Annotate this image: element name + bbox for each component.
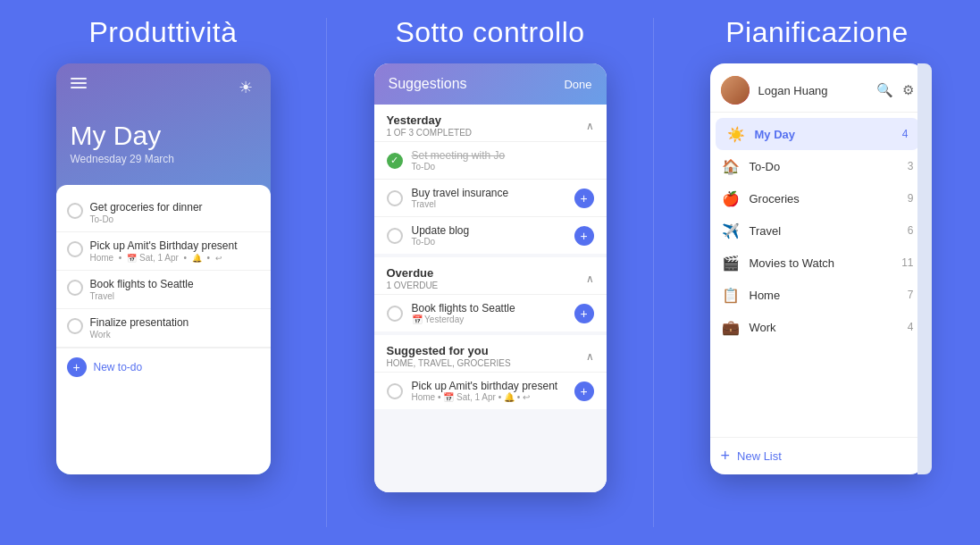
- section-count: 1 OVERDUE: [387, 281, 439, 290]
- panel3-title: Pianificazione: [725, 16, 908, 49]
- list-count: 4: [902, 128, 909, 140]
- list-count: 11: [901, 256, 913, 269]
- section-yesterday: Yesterday 1 OF 3 COMPLETED ∧ ✓ Set meeti…: [374, 105, 607, 254]
- task-checkbox[interactable]: [67, 203, 83, 219]
- myday-icon: ☀️: [726, 124, 746, 144]
- sug-name: Pick up Amit's birthday present: [412, 380, 565, 392]
- add-to-list-button[interactable]: +: [574, 304, 594, 323]
- section-count: HOME, TRAVEL, GROCERIES: [387, 358, 511, 368]
- suggestion-item[interactable]: Update blog To-Do +: [374, 216, 607, 254]
- task-sub: Travel: [90, 291, 260, 301]
- suggestions-title: Suggestions: [389, 76, 467, 92]
- panel1-card: ☀ My Day Wednesday 29 March Get grocerie…: [56, 63, 271, 474]
- sug-text: Pick up Amit's birthday present Home • 📅…: [412, 380, 565, 402]
- plus-icon: +: [721, 447, 731, 465]
- task-item[interactable]: Pick up Amit's Birthday present Home • 📅…: [56, 232, 271, 271]
- list-count: 9: [908, 192, 914, 205]
- list-item-home[interactable]: 📋 Home 7: [710, 279, 925, 311]
- new-list-button[interactable]: + New List: [710, 437, 925, 474]
- suggestions-done-button[interactable]: Done: [564, 78, 591, 91]
- list-count: 4: [908, 321, 914, 333]
- day-subtitle: Wednesday 29 March: [71, 153, 256, 165]
- task-item[interactable]: Get groceries for dinner To-Do: [56, 194, 271, 232]
- sug-sub: To-Do: [412, 237, 565, 247]
- add-to-list-button[interactable]: +: [574, 226, 594, 246]
- task-text: Pick up Amit's Birthday present Home • 📅…: [90, 239, 260, 263]
- task-item[interactable]: Finalize presentation Work: [56, 309, 271, 348]
- task-checkbox[interactable]: [387, 190, 403, 206]
- task-checkbox[interactable]: [387, 228, 403, 244]
- task-name: Get groceries for dinner: [90, 201, 260, 214]
- task-checkbox[interactable]: [67, 318, 83, 334]
- task-item[interactable]: Book flights to Seattle Travel: [56, 271, 271, 309]
- brightness-icon[interactable]: ☀: [239, 78, 256, 96]
- suggestion-item[interactable]: Buy travel insurance Travel +: [374, 179, 607, 216]
- suggestion-item[interactable]: Pick up Amit's birthday present Home • 📅…: [374, 372, 607, 409]
- task-name: Book flights to Seattle: [90, 278, 260, 290]
- day-title: My Day: [71, 121, 256, 151]
- list-name: Movies to Watch: [750, 256, 893, 270]
- hamburger-icon[interactable]: [71, 78, 87, 88]
- chevron-up-icon: ∧: [586, 120, 594, 132]
- decorative-panel: [917, 63, 932, 474]
- task-checkbox[interactable]: [67, 241, 83, 257]
- section-overdue: Overdue 1 OVERDUE ∧ Book flights to Seat…: [374, 257, 607, 331]
- sug-name: Update blog: [412, 224, 565, 237]
- panel-productivity: Produttività ☀ My Day Wednesday 29 March…: [0, 0, 326, 545]
- section-header-text: Suggested for you HOME, TRAVEL, GROCERIE…: [387, 344, 511, 368]
- list-item-myday[interactable]: ☀️ My Day 4: [716, 118, 919, 150]
- task-checkbox[interactable]: [67, 280, 83, 296]
- task-checked-icon[interactable]: ✓: [387, 153, 403, 169]
- list-item-movies[interactable]: 🎬 Movies to Watch 11: [710, 247, 925, 279]
- chevron-up-icon: ∧: [586, 272, 594, 285]
- sug-name: Book flights to Seattle: [412, 302, 565, 314]
- sug-text: Buy travel insurance Travel: [412, 187, 565, 209]
- list-name: Travel: [750, 224, 899, 238]
- suggestions-body: Yesterday 1 OF 3 COMPLETED ∧ ✓ Set meeti…: [374, 105, 607, 492]
- sug-name: Set meeting with Jo: [412, 149, 594, 162]
- section-count: 1 OF 3 COMPLETED: [387, 128, 473, 138]
- task-checkbox[interactable]: [387, 306, 403, 322]
- movies-icon: 🎬: [721, 253, 741, 272]
- list-name: Work: [750, 321, 899, 334]
- home-icon: 📋: [721, 285, 741, 305]
- panel1-title: Produttività: [88, 16, 237, 49]
- sug-text: Update blog To-Do: [412, 224, 565, 247]
- suggestion-item[interactable]: Book flights to Seattle 📅 Yesterday +: [374, 294, 607, 331]
- work-icon: 💼: [721, 317, 741, 337]
- search-icon[interactable]: 🔍: [876, 82, 893, 98]
- section-header[interactable]: Overdue 1 OVERDUE ∧: [374, 257, 607, 294]
- task-text: Finalize presentation Work: [90, 316, 260, 340]
- list-items: ☀️ My Day 4 🏠 To-Do 3 🍎 Groceries 9: [710, 113, 925, 437]
- panel3-card: Logan Huang 🔍 ⚙ ☀️ My Day 4 🏠 To-Do 3: [710, 63, 925, 474]
- task-text: Book flights to Seattle Travel: [90, 278, 260, 301]
- add-to-list-button[interactable]: +: [574, 189, 594, 208]
- sug-sub: 📅 Yesterday: [412, 314, 565, 324]
- sug-sub: To-Do: [412, 162, 594, 172]
- task-checkbox[interactable]: [387, 383, 403, 399]
- chevron-up-icon: ∧: [586, 350, 594, 363]
- panel2-card: Suggestions Done Yesterday 1 OF 3 COMPLE…: [374, 63, 607, 492]
- suggestion-item[interactable]: ✓ Set meeting with Jo To-Do: [374, 141, 607, 179]
- section-label: Yesterday: [387, 113, 473, 127]
- list-item-todo[interactable]: 🏠 To-Do 3: [710, 150, 925, 182]
- list-item-travel[interactable]: ✈️ Travel 6: [710, 214, 925, 247]
- new-todo-button[interactable]: + New to-do: [56, 348, 271, 386]
- list-count: 6: [908, 224, 914, 237]
- section-header[interactable]: Yesterday 1 OF 3 COMPLETED ∧: [374, 105, 607, 141]
- panel2-title: Sotto controllo: [395, 16, 584, 49]
- myday-header: ☀: [56, 63, 271, 103]
- list-item-work[interactable]: 💼 Work 4: [710, 311, 925, 343]
- sug-text: Set meeting with Jo To-Do: [412, 149, 594, 172]
- myday-title-area: My Day Wednesday 29 March: [56, 103, 271, 171]
- suggestions-header: Suggestions Done: [374, 63, 607, 105]
- section-header[interactable]: Suggested for you HOME, TRAVEL, GROCERIE…: [374, 335, 607, 372]
- task-name: Finalize presentation: [90, 316, 260, 329]
- task-sub: Work: [90, 330, 260, 340]
- sug-sub: Home • 📅 Sat, 1 Apr • 🔔 • ↩: [412, 392, 565, 402]
- list-name: Home: [750, 289, 899, 302]
- add-to-list-button[interactable]: +: [574, 382, 594, 401]
- list-item-groceries[interactable]: 🍎 Groceries 9: [710, 182, 925, 214]
- list-name: Groceries: [750, 192, 899, 205]
- settings-icon[interactable]: ⚙: [902, 82, 914, 98]
